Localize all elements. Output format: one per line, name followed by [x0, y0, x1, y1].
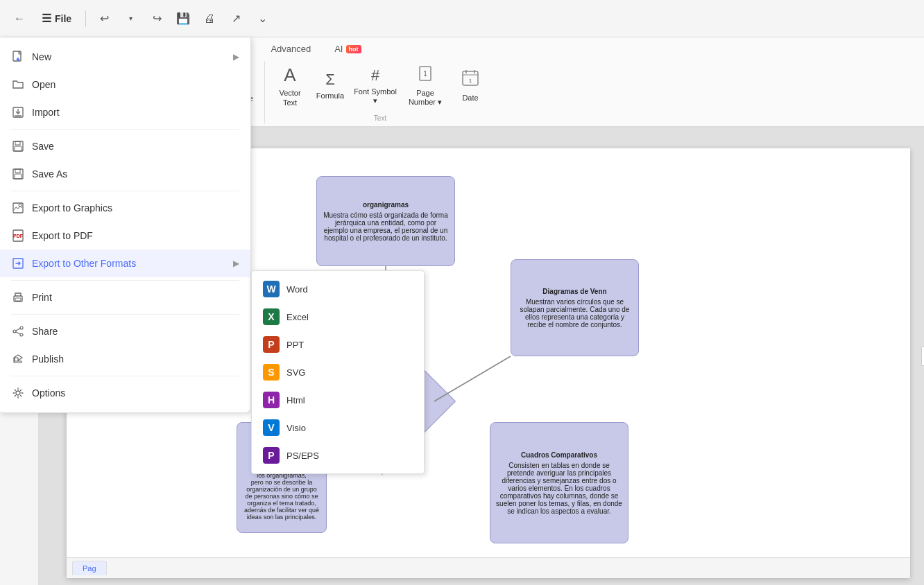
menu-item-print[interactable]: Print: [0, 283, 250, 311]
svg-point-43: [20, 326, 23, 329]
share-export-button[interactable]: ↗: [225, 8, 247, 30]
ppt-icon: P: [263, 336, 280, 353]
more-button[interactable]: ⌄: [251, 8, 273, 30]
export-other-arrow-icon: ▶: [233, 259, 239, 268]
undo-icon: ↩: [100, 12, 109, 25]
date-button[interactable]: 1 Date: [451, 61, 490, 111]
menu-print-label: Print: [32, 292, 52, 303]
formula-icon: Σ: [325, 71, 335, 89]
page-number-label: Page Number ▾: [404, 89, 447, 107]
svg-point-45: [20, 333, 23, 336]
submenu-pseps[interactable]: P PS/EPS: [252, 442, 424, 469]
excel-icon: X: [263, 308, 280, 325]
venn-shape: Diagramas de Venn Muestran varios círcul…: [511, 259, 639, 356]
export-submenu: W Word X Excel P PPT S SVG H Html V Visi…: [251, 270, 425, 474]
redo-icon: ↪: [153, 12, 162, 25]
formula-button[interactable]: Σ Formula: [311, 61, 350, 111]
menu-item-import[interactable]: Import: [0, 98, 250, 126]
menu-item-export-pdf[interactable]: PDF Export to PDF: [0, 222, 250, 250]
word-icon: W: [263, 281, 280, 297]
undo-button[interactable]: ↩: [93, 8, 115, 30]
back-icon: ←: [14, 12, 25, 25]
divider-1: [11, 129, 239, 130]
menu-open-label: Open: [32, 79, 55, 90]
menu-import-label: Import: [32, 107, 60, 118]
text-group: A Vector Text Σ Formula # Font Symbol ▾ …: [268, 61, 493, 123]
submenu-html[interactable]: H Html: [252, 386, 424, 414]
svg-line-47: [16, 332, 20, 334]
submenu-visio[interactable]: V Visio: [252, 414, 424, 442]
print-button[interactable]: 🖨: [198, 8, 221, 30]
back-button[interactable]: ←: [8, 8, 31, 30]
file-menu-button[interactable]: ☰ File: [35, 9, 78, 28]
page-tab-1[interactable]: Pag: [72, 561, 107, 575]
html-label: Html: [286, 395, 305, 405]
html-icon: H: [263, 392, 280, 408]
menu-item-export-other[interactable]: Export to Other Formats ▶: [0, 250, 250, 277]
visio-label: Visio: [286, 423, 306, 433]
pseps-icon: P: [263, 447, 280, 464]
svg-rect-32: [15, 146, 22, 151]
print-menu-icon: [11, 290, 25, 304]
save-menu-icon: [11, 139, 25, 153]
submenu-excel[interactable]: X Excel: [252, 303, 424, 331]
svg-rect-35: [15, 174, 22, 179]
submenu-ppt[interactable]: P PPT: [252, 331, 424, 358]
share-export-icon: ↗: [232, 12, 241, 25]
svg-point-44: [13, 330, 16, 333]
word-label: Word: [286, 284, 308, 295]
menu-publish-label: Publish: [32, 353, 64, 365]
divider-5: [11, 376, 239, 376]
menu-share-label: Share: [32, 326, 58, 337]
options-icon: [11, 386, 25, 400]
panel-collapse-button[interactable]: »: [921, 347, 924, 366]
menu-item-save[interactable]: Save: [0, 132, 250, 160]
more-chevron-icon: ⌄: [258, 12, 267, 25]
excel-label: Excel: [286, 312, 309, 322]
undo-dropdown-button[interactable]: ▾: [119, 8, 142, 30]
text-items: A Vector Text Σ Formula # Font Symbol ▾ …: [271, 61, 490, 113]
save-icon: 💾: [176, 12, 190, 25]
svg-label: SVG: [286, 367, 305, 378]
cuadros-shape: Cuadros Comparativos Consisten en tablas…: [490, 422, 628, 543]
menu-export-pdf-label: Export to PDF: [32, 230, 93, 241]
menu-item-save-as[interactable]: Save As: [0, 160, 250, 188]
svg-icon: S: [263, 364, 280, 381]
tab-advanced[interactable]: Advanced: [259, 40, 322, 60]
svg-rect-31: [15, 141, 20, 145]
export-other-icon: [11, 256, 25, 270]
pseps-label: PS/EPS: [286, 451, 319, 461]
save-button[interactable]: 💾: [172, 8, 194, 30]
formula-label: Formula: [316, 91, 344, 101]
visio-icon: V: [263, 419, 280, 436]
redo-button[interactable]: ↪: [146, 8, 168, 30]
submenu-word[interactable]: W Word: [252, 275, 424, 303]
menu-item-new[interactable]: New ▶: [0, 43, 250, 71]
menu-item-open[interactable]: Open: [0, 71, 250, 98]
font-symbol-icon: #: [371, 67, 379, 85]
open-icon: [11, 78, 25, 91]
date-icon: 1: [461, 69, 479, 91]
page-number-button[interactable]: 1 Page Number ▾: [401, 61, 450, 111]
file-menu: New ▶ Open Import Save Save As Ex: [0, 37, 251, 413]
divider-4: [11, 314, 239, 315]
menu-item-options[interactable]: Options: [0, 379, 250, 407]
font-symbol-button[interactable]: # Font Symbol ▾: [351, 61, 400, 111]
organigramas-shape: organigramas Muestra cómo está organizad…: [316, 176, 455, 266]
menu-item-share[interactable]: Share: [0, 317, 250, 345]
submenu-svg[interactable]: S SVG: [252, 358, 424, 386]
tab-ai[interactable]: AI hot: [323, 40, 372, 60]
export-graphics-icon: [11, 201, 25, 215]
menu-export-graphics-label: Export to Graphics: [32, 202, 112, 213]
file-label: File: [55, 13, 71, 24]
menu-save-as-label: Save As: [32, 168, 67, 180]
undo-chevron-icon: ▾: [129, 15, 132, 22]
export-pdf-icon: PDF: [11, 229, 25, 243]
svg-point-48: [16, 391, 20, 395]
new-icon: [11, 50, 25, 64]
menu-item-publish[interactable]: Publish: [0, 345, 250, 373]
new-arrow-icon: ▶: [233, 52, 239, 62]
vector-text-button[interactable]: A Vector Text: [271, 61, 309, 111]
print-icon: 🖨: [204, 12, 215, 25]
menu-item-export-graphics[interactable]: Export to Graphics: [0, 194, 250, 222]
